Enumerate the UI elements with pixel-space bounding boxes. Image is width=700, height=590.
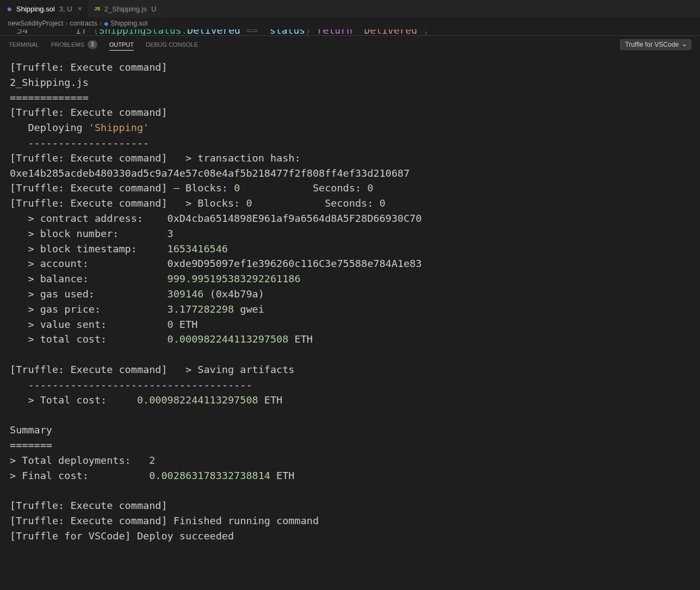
code-punct: . (181, 29, 187, 35)
breadcrumb-segment[interactable]: contracts (70, 20, 97, 27)
log-line: [Truffle: Execute command] > transaction… (10, 152, 325, 164)
log-line: > account: 0xde9D95097ef1e396260c116C3e7… (10, 258, 422, 269)
code-paren: ( (87, 29, 99, 35)
code-keyword: return (317, 29, 352, 35)
panel-tab-bar: TERMINAL PROBLEMS 3 OUTPUT DEBUG CONSOLE… (0, 35, 700, 53)
solidity-icon: ◆ (104, 20, 108, 27)
tab-output[interactable]: OUTPUT (109, 41, 134, 51)
code-punct: ; (423, 29, 429, 35)
log-line: [Truffle for VSCode] Deploy succeeded (10, 530, 234, 542)
log-line: -------------------- (10, 137, 149, 148)
log-line: [Truffle: Execute command] > Blocks: 0 S… (10, 197, 386, 209)
tab-label: Shipping.sol (16, 5, 55, 13)
js-icon: JS (94, 5, 101, 13)
log-line: > block number: 3 (10, 228, 174, 239)
log-line: Summary (10, 424, 52, 436)
log-line: [Truffle: Execute command] > Saving arti… (10, 364, 295, 375)
tab-problems[interactable]: PROBLEMS 3 (51, 40, 97, 49)
editor-tab-bar: ◆ Shipping.sol 3, U × JS 2_Shipping.js U (0, 0, 700, 17)
tab-label: PROBLEMS (51, 41, 84, 48)
log-line: Deploying 'Shipping' (10, 122, 149, 133)
log-line: > contract address: 0xD4cba6514898E961af… (10, 213, 422, 224)
chevron-right-icon: › (100, 20, 102, 27)
code-var: Delivered (187, 29, 240, 35)
editor-code-peek: 54 if (ShippingStatus.Delivered == _stat… (0, 29, 700, 35)
log-line: [Truffle: Execute command] (10, 500, 168, 511)
log-line: ======= (10, 439, 52, 451)
tab-shipping-sol[interactable]: ◆ Shipping.sol 3, U × (0, 0, 88, 17)
log-line: [Truffle: Execute command] (10, 107, 168, 118)
log-line: [Truffle: Execute command] — Blocks: 0 S… (10, 182, 373, 194)
code-string: "Delivered" (358, 29, 423, 35)
code-paren: ) (305, 29, 317, 35)
tab-debug-console[interactable]: DEBUG CONSOLE (146, 41, 198, 48)
log-line: ============= (10, 92, 89, 103)
output-channel-dropdown[interactable]: Truffle for VSCode (620, 39, 691, 50)
log-line: > block timestamp: 1653416546 (10, 243, 228, 254)
breadcrumb-segment[interactable]: Shipping.sol (110, 20, 147, 27)
solidity-icon: ◆ (5, 5, 13, 13)
problems-count-badge: 3 (88, 40, 97, 49)
log-line: > Total deployments: 2 (10, 455, 155, 466)
log-line: ------------------------------------- (10, 379, 252, 390)
tab-shipping-js[interactable]: JS 2_Shipping.js U (88, 0, 162, 17)
log-line: 0xe14b285acdeb480330ad5c9a74e57c08e4af5b… (10, 167, 410, 179)
log-line: > gas used: 309146 (0x4b79a) (10, 288, 264, 300)
tab-modified-indicator: 3, U (59, 5, 72, 13)
tab-label: 2_Shipping.js (104, 5, 147, 13)
tab-modified-indicator: U (151, 5, 156, 13)
code-var: ShippingStatus (99, 29, 182, 35)
log-line: > gas price: 3.177282298 gwei (10, 303, 264, 315)
close-icon[interactable]: × (78, 4, 82, 13)
log-line: 2_Shipping.js (10, 77, 89, 88)
log-line: > Final cost: 0.002863178332738814 ETH (10, 470, 295, 481)
log-line: [Truffle: Execute command] Finished runn… (10, 515, 319, 526)
log-line: > Total cost: 0.000982244113297508 ETH (10, 394, 282, 406)
log-line: [Truffle: Execute command] (10, 61, 168, 73)
line-number: 54 (16, 29, 28, 35)
code-keyword: if (75, 29, 87, 35)
chevron-right-icon: › (65, 20, 67, 27)
tab-terminal[interactable]: TERMINAL (9, 41, 39, 48)
log-line: > value sent: 0 ETH (10, 319, 197, 330)
breadcrumb-segment[interactable]: newSolidityProject (8, 20, 63, 27)
output-terminal[interactable]: [Truffle: Execute command] 2_Shipping.js… (0, 53, 700, 550)
log-line: > balance: 999.995195383292261186 (10, 273, 301, 284)
breadcrumb[interactable]: newSolidityProject › contracts › ◆ Shipp… (0, 17, 700, 29)
log-line: > total cost: 0.000982244113297508 ETH (10, 333, 313, 345)
code-op: == (240, 29, 264, 35)
code-var: _status (264, 29, 305, 35)
